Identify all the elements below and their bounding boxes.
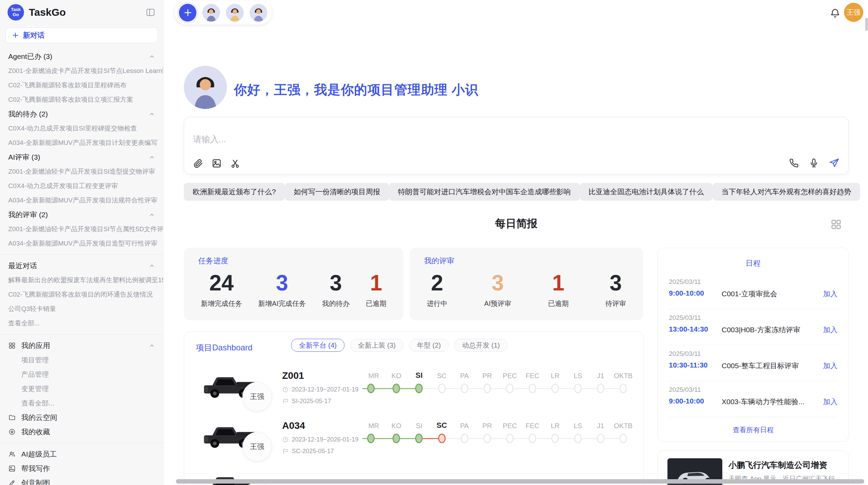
vertical-scrollbar[interactable] [865,18,868,31]
flag-icon [282,448,289,455]
sidebar-item-favorites[interactable]: 我的收藏 [0,425,163,439]
sidebar-item-my-apps[interactable]: 我的应用 [0,338,163,353]
join-meeting-link[interactable]: 加入 [823,289,837,299]
view-all-schedule-link[interactable]: 查看所有日程 [658,425,848,435]
project-row[interactable]: 王强A0342023-12-19~2026-01-19SC-2025-05-17… [184,416,643,466]
sidebar-task-item[interactable]: Z001-全新燃油轻卡产品开发项目SI造型提交物评审 [0,164,163,179]
session-switcher [174,1,272,25]
sidebar-task-item[interactable]: C0X4-动力总成开发项目SI里程碑提交物检查 [0,121,163,136]
recent-chat-item[interactable]: 公司Q3轻卡销量 [0,302,163,316]
schedule-entry[interactable]: 2025/03/1113:00-14:30C003|H0B-方案冻结评审加入 [669,309,837,345]
stat-label: 进行中 [427,299,447,308]
session-avatar[interactable] [250,4,267,22]
image-upload-icon[interactable] [212,158,222,169]
schedule-date: 2025/03/11 [669,278,701,286]
suggestion-chip[interactable]: 当下年轻人对汽车外观有怎样的喜好趋势 [713,183,860,201]
sidebar-app-child-item[interactable]: 产品管理 [0,367,163,382]
project-date-range: 2023-12-19~2026-01-19 [282,436,359,443]
schedule-entry[interactable]: 2025/03/119:00-10:00C001-立项审批会加入 [669,273,837,309]
sidebar-app-child-item[interactable]: 变更管理 [0,382,163,396]
recent-chat-item[interactable]: 查看全部... [0,316,163,331]
project-dashboard-card: 项目Dashboard 全新平台 (4)全新上装 (3)年型 (2)动总开发 (… [184,332,644,485]
sidebar-task-item[interactable]: Z001-全新燃油皮卡产品开发项目SI节点Lesson Learn报告 [0,64,163,78]
milestone: FEC [521,418,544,446]
dashboard-filter-tab[interactable]: 年型 (2) [409,339,449,352]
chevron-up-icon [149,154,155,160]
attachment-icon[interactable] [193,158,203,169]
suggestion-chip[interactable]: 欧洲新规最近颁布了什么? [184,183,285,201]
sidebar-app-child-item[interactable]: 项目管理 [0,353,163,367]
sidebar-tool-item[interactable]: 创意制图 [0,476,163,485]
milestone: LR [544,418,566,446]
dashboard-filter-tab[interactable]: 动总开发 (1) [454,339,508,352]
sidebar-task-item[interactable]: C02-飞腾新能源轻客改款项目里程碑画布 [0,78,163,92]
recent-chat-item[interactable]: C02-飞腾新能源轻客改款项目的闭环通告反馈情况 [0,287,163,302]
sidebar-section-header[interactable]: AI评审 (3) [0,150,163,164]
milestone-line [612,438,619,439]
milestone-dot [415,384,423,393]
section-title: 我的待办 (2) [8,109,48,119]
schedule-time: 9:00-10:00 [669,289,704,297]
new-chat-button[interactable]: 新对话 [5,27,158,43]
stat-label: AI预评审 [484,299,511,308]
milestone-line [589,388,597,389]
sidebar-tool-item[interactable]: AI超级员工 [0,447,163,461]
milestone-line [514,438,521,439]
milestone-dotline [453,381,476,396]
new-session-button[interactable] [179,4,196,22]
milestone: SC [431,418,453,446]
sidebar-section-header[interactable]: 我的待办 (2) [0,107,163,121]
notifications-bell-icon[interactable] [830,8,841,18]
milestone-line [582,388,589,389]
assistant-avatar [184,66,227,109]
milestone-dotline [453,431,476,446]
folder-icon [8,414,16,421]
sidebar-item-cloud-space[interactable]: 我的云空间 [0,410,163,425]
session-avatar[interactable] [202,4,220,22]
sidebar-app-child-item[interactable]: 查看全部... [0,396,163,410]
session-avatar[interactable] [226,4,244,22]
sidebar-task-item[interactable]: A034-全新新能源MUV产品开发项目造型可行性评审 [0,236,163,251]
schedule-entry[interactable]: 2025/03/1110:30-11:30C005-整车工程目标评审加入 [669,345,837,381]
sidebar-tool-item[interactable]: 帮我写作 [0,461,163,476]
recent-chats-header[interactable]: 最近对话 [0,259,163,273]
suggestion-chip[interactable]: 特朗普可能对进口汽车增税会对中国车企造成哪些影响 [389,183,580,201]
microphone-icon[interactable] [809,158,819,168]
chat-input-card[interactable]: 请输入... [184,117,849,174]
sidebar-task-item[interactable]: C02-飞腾新能源轻客改款项目立项汇报方案 [0,92,163,107]
stat-label: 已逾期 [548,299,569,308]
join-meeting-link[interactable]: 加入 [823,397,837,407]
sidebar-task-item[interactable]: C0X4-动力总成开发项目工程变更评审 [0,179,163,193]
voice-call-icon[interactable] [789,158,799,168]
horizontal-scrollbar[interactable] [176,479,864,484]
send-icon[interactable] [829,158,840,169]
dashboard-filter-tab[interactable]: 全新上装 (3) [350,339,403,352]
join-meeting-link[interactable]: 加入 [823,325,837,335]
sidebar-task-item[interactable]: A034-全新新能源MUV产品开发项目计划变更表编写 [0,136,163,150]
screenshot-scissors-icon[interactable] [230,158,240,169]
schedule-event-title: X003-车辆动力学性能验... [722,397,805,407]
recent-chat-item[interactable]: 解释最新出台的欧盟报废车法规再生塑料比例被调至15%... [0,273,163,287]
sidebar-collapse-icon[interactable] [145,7,156,17]
join-meeting-link[interactable]: 加入 [823,361,837,371]
milestone-dot [551,434,559,443]
project-row[interactable]: 王强Z0012023-12-19~2027-01-19SI-2025-05-17… [184,366,643,416]
layout-grid-icon[interactable] [830,219,842,230]
user-avatar[interactable]: 王强 [844,3,863,22]
stat-card-title: 我的评审 [424,256,629,266]
sidebar-task-item[interactable]: Z001-全新燃油轻卡产品开发项目SI节点属性5D文件评审 [0,222,163,236]
suggestion-chip[interactable]: 比亚迪全固态电池计划具体说了什么 [580,183,713,201]
dashboard-filter-tab[interactable]: 全新平台 (4) [291,339,345,352]
stat-card: 任务进度24新增完成任务3新增AI完成任务3我的待办1已逾期 [184,248,403,320]
milestone: PR [476,368,498,396]
new-chat-label: 新对话 [23,30,45,40]
sidebar-divider [0,443,163,443]
sidebar-section-header[interactable]: 我的评审 (2) [0,208,163,222]
milestone-line [491,438,498,439]
sidebar-section-header[interactable]: Agent已办 (3) [0,49,163,64]
milestone-line [468,388,476,389]
sidebar-task-item[interactable]: A034-全新新能源MUV产品开发项目法规符合性评审 [0,193,163,208]
schedule-entry[interactable]: 2025/03/119:00-10:00X003-车辆动力学性能验...加入 [669,381,837,417]
suggestion-chip[interactable]: 如何写一份清晰的项目周报 [285,183,389,201]
milestone-line [567,388,574,389]
